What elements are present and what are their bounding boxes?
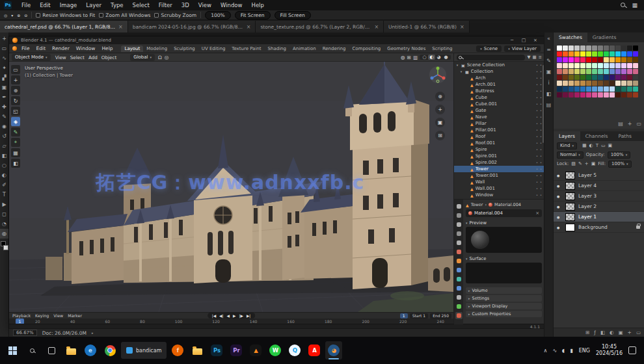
menu-3d[interactable]: 3D [177, 0, 194, 10]
move-tool[interactable]: ⊕ [11, 86, 20, 95]
swatch[interactable] [586, 92, 591, 98]
swatch[interactable] [610, 92, 615, 98]
shading-material-preview-icon[interactable]: ◕ [435, 55, 442, 60]
libraries-icon[interactable]: ▤ [546, 102, 552, 108]
properties-tab-object[interactable] [455, 257, 463, 265]
swatch[interactable] [569, 57, 574, 62]
crop-tool[interactable]: ▞ [0, 73, 8, 83]
swatch[interactable] [604, 92, 609, 98]
close-tab-icon[interactable]: × [374, 24, 379, 30]
swatch[interactable] [604, 86, 609, 92]
lock-pixels-icon[interactable]: ✎ [578, 161, 582, 166]
object-row[interactable]: ▲Arch.001•• [454, 81, 544, 88]
swatch[interactable] [610, 75, 615, 80]
next-keyframe-icon[interactable]: |▶ [239, 314, 243, 318]
object-row[interactable]: ▲Roof•• [454, 133, 544, 140]
swatch[interactable] [557, 81, 562, 86]
tab-layers[interactable]: Layers [554, 131, 580, 141]
render-toggle-icon[interactable]: • [540, 102, 542, 106]
measure-tool[interactable]: ⌖ [11, 138, 20, 147]
properties-tab-material[interactable] [455, 312, 463, 319]
blender-titlebar[interactable]: Blender 4.1 — cathedral_modular.blend ─□… [9, 36, 544, 44]
blender-menu-file[interactable]: File [18, 46, 33, 51]
document-tab[interactable]: bandicam 2024-05-16.jpg @ 66.7% (RGB/8#)… [128, 21, 256, 32]
swatches-new-swatch-icon[interactable]: + [628, 121, 632, 127]
battery-icon[interactable]: ▮ [570, 348, 572, 354]
lock-position-icon[interactable]: + [585, 161, 589, 166]
zoom-view-icon[interactable]: ⊕ [435, 92, 445, 101]
swatch[interactable] [569, 63, 574, 68]
collapse-panels-icon[interactable]: « [547, 36, 550, 42]
swatch[interactable] [610, 46, 615, 51]
clone-stamp-tool[interactable]: ◉ [0, 122, 8, 131]
swatch[interactable] [569, 46, 574, 51]
extras-tool[interactable]: ◧ [11, 159, 20, 168]
swatch[interactable] [627, 57, 632, 62]
render-toggle-icon[interactable]: • [540, 141, 542, 145]
object-row[interactable]: ▲Spire.002•• [454, 159, 544, 166]
start-taskbar-button[interactable] [4, 341, 21, 359]
rotate-tool[interactable]: ↻ [11, 96, 20, 105]
new-layer-icon[interactable]: + [628, 330, 632, 335]
render-toggle-icon[interactable]: • [540, 96, 542, 99]
layer-row[interactable]: ●Layer 4 [554, 181, 644, 191]
object-row[interactable]: ▲Window•• [454, 192, 544, 198]
swatch[interactable] [598, 92, 603, 98]
volume-icon[interactable]: ◖ [562, 348, 565, 354]
hide-toggle-icon[interactable]: • [536, 174, 538, 177]
outliner-search-input[interactable] [457, 55, 525, 60]
blend-mode-dropdown[interactable]: Normal▾ [557, 151, 584, 159]
visibility-eye-icon[interactable]: ● [557, 205, 562, 209]
layer-row[interactable]: ●Background [554, 222, 644, 233]
shading-rendered-icon[interactable]: ● [442, 55, 449, 60]
hide-toggle-icon[interactable]: • [536, 180, 538, 184]
menu-help[interactable]: Help [247, 0, 269, 10]
swatch[interactable] [574, 57, 580, 62]
workspace-tab-compositing[interactable]: Compositing [349, 46, 384, 52]
panel-viewport-display[interactable]: ▸Viewport Display [466, 303, 542, 309]
camera-view-icon[interactable]: ▣ [435, 118, 445, 127]
layer-row[interactable]: ●Layer 5 [554, 170, 644, 181]
render-toggle-icon[interactable]: • [540, 76, 542, 80]
prev-keyframe-icon[interactable]: ◀| [219, 314, 223, 318]
menu-select[interactable]: Select [128, 0, 154, 10]
hide-toggle-icon[interactable]: • [536, 135, 538, 138]
swatch[interactable] [569, 92, 574, 98]
lock-all-icon[interactable]: ▣ [591, 161, 596, 166]
task-view-taskbar-button[interactable] [43, 341, 60, 359]
render-toggle-icon[interactable]: • [540, 109, 542, 112]
swatch[interactable] [610, 69, 615, 74]
button-100[interactable]: 100% [205, 11, 230, 20]
scale-tool[interactable]: ◱ [11, 107, 20, 116]
view-layer-selector[interactable]: ▾View Layer [504, 46, 541, 52]
file-explorer-taskbar-button[interactable] [62, 341, 79, 359]
swatch[interactable] [610, 81, 615, 86]
swatch[interactable] [557, 51, 562, 57]
properties-editor[interactable]: ▲ Tower › Material.004 Material.004 × ▾P… [454, 199, 544, 324]
clone-source-icon[interactable]: ▣ [546, 69, 552, 75]
properties-tab-data[interactable] [455, 303, 463, 310]
timeline-menu-keying[interactable]: Keying [35, 313, 49, 318]
swatch[interactable] [633, 63, 638, 68]
material-name-field[interactable]: Material.004 × [466, 209, 542, 217]
swatch[interactable] [563, 75, 568, 80]
hide-toggle-icon[interactable]: • [536, 89, 538, 93]
workspace-switcher-icon[interactable]: ▦ [632, 2, 637, 8]
object-row[interactable]: ▲Roof.001•• [454, 140, 544, 146]
swatch[interactable] [598, 46, 603, 51]
hide-toggle-icon[interactable]: • [536, 115, 538, 119]
close-tab-icon[interactable]: × [247, 24, 251, 30]
eyedropper-tool[interactable]: ✒ [0, 92, 8, 102]
object-row[interactable]: ▲Gate•• [454, 107, 544, 114]
swatch[interactable] [598, 81, 603, 86]
swatch[interactable] [574, 46, 580, 51]
filter-kind-dropdown[interactable]: Kind▾ [557, 142, 577, 150]
hand-tool[interactable]: ◔ [0, 219, 8, 229]
swatch[interactable] [633, 46, 638, 51]
swatch[interactable] [633, 81, 638, 86]
hide-toggle-icon[interactable]: • [536, 161, 538, 164]
scene-collection-row[interactable]: ▾▣Scene Collection•• [454, 62, 544, 68]
swatch[interactable] [615, 86, 621, 92]
swatch[interactable] [563, 92, 568, 98]
zoom-out-icon[interactable]: ⊖ [24, 13, 27, 18]
